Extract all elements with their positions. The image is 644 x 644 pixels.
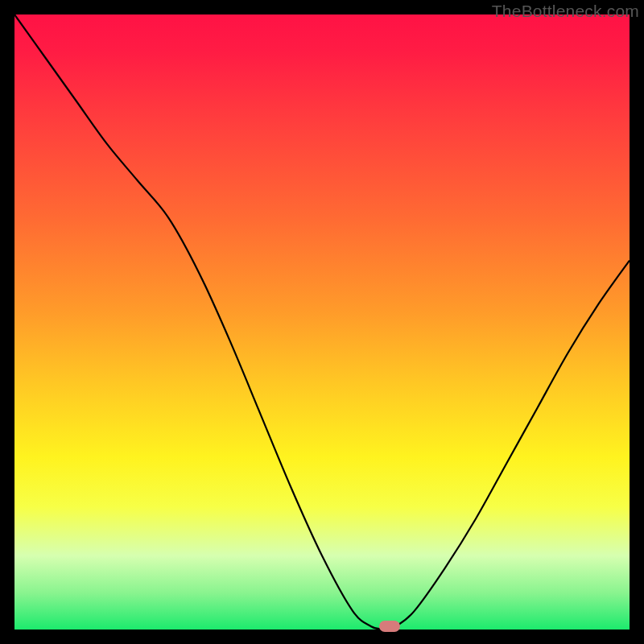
chart-frame: TheBottleneck.com [0, 0, 644, 644]
watermark-label: TheBottleneck.com [492, 2, 639, 21]
bottleneck-curve [14, 14, 630, 630]
curve-path [14, 14, 630, 630]
optimum-marker [379, 621, 400, 632]
plot-area [14, 14, 630, 630]
